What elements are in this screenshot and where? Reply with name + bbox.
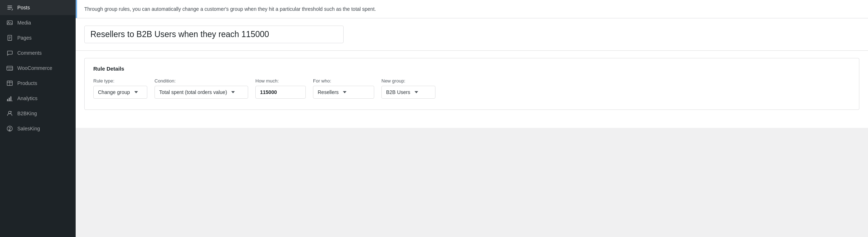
condition-value: Total spent (total orders value) (159, 89, 227, 95)
sidebar: Posts Media Pages Comments (0, 0, 76, 237)
sidebar-item-analytics[interactable]: Analytics (0, 91, 76, 106)
field-group-how-much: How much: (255, 78, 306, 99)
info-text: Through group rules, you can automatical… (84, 6, 376, 12)
sidebar-item-woocommerce[interactable]: WOO WooCommerce (0, 61, 76, 76)
sidebar-item-b2bking[interactable]: B2BKing (0, 106, 76, 121)
how-much-input[interactable] (255, 86, 306, 99)
for-who-label: For who: (313, 78, 374, 84)
salesking-icon (6, 125, 14, 133)
woocommerce-icon: WOO (6, 64, 14, 72)
rule-fields: Rule type: Change group Condition: Total… (93, 78, 850, 99)
sidebar-item-media[interactable]: Media (0, 15, 76, 30)
rule-type-select[interactable]: Change group (93, 86, 147, 99)
svg-rect-11 (7, 99, 8, 101)
sidebar-item-salesking[interactable]: SalesKing (0, 121, 76, 136)
condition-label: Condition: (155, 78, 248, 84)
sidebar-label-salesking: SalesKing (17, 126, 40, 131)
svg-point-1 (8, 22, 9, 23)
sidebar-item-posts[interactable]: Posts (0, 0, 76, 15)
sidebar-label-analytics: Analytics (17, 95, 37, 101)
field-group-for-who: For who: Resellers (313, 78, 374, 99)
info-box: Through group rules, you can automatical… (76, 0, 868, 18)
analytics-icon (6, 94, 14, 102)
field-group-rule-type: Rule type: Change group (93, 78, 147, 99)
svg-text:WOO: WOO (8, 68, 13, 70)
how-much-label: How much: (255, 78, 306, 84)
rule-details-card: Rule Details Rule type: Change group Con… (84, 58, 859, 110)
main-content: Through group rules, you can automatical… (76, 0, 868, 237)
sidebar-label-products: Products (17, 80, 37, 86)
sidebar-label-b2bking: B2BKing (17, 111, 37, 116)
field-group-new-group: New group: B2B Users (381, 78, 435, 99)
svg-rect-0 (7, 21, 12, 25)
svg-rect-12 (9, 98, 10, 101)
rule-title-input[interactable] (84, 26, 344, 43)
pages-icon (6, 34, 14, 42)
for-who-select[interactable]: Resellers (313, 86, 374, 99)
sidebar-label-posts: Posts (17, 5, 30, 10)
rule-type-label: Rule type: (93, 78, 147, 84)
content-wrapper: Through group rules, you can automatical… (76, 0, 868, 128)
new-group-select[interactable]: B2B Users (381, 86, 435, 99)
sidebar-item-products[interactable]: Products (0, 76, 76, 91)
rule-title-section (76, 18, 868, 51)
for-who-chevron-icon (343, 91, 346, 93)
rule-type-chevron-icon (134, 91, 138, 93)
new-group-chevron-icon (415, 91, 418, 93)
sidebar-label-woocommerce: WooCommerce (17, 65, 52, 71)
svg-rect-13 (10, 97, 12, 101)
new-group-value: B2B Users (386, 89, 410, 95)
comments-icon (6, 49, 14, 57)
sidebar-item-comments[interactable]: Comments (0, 45, 76, 61)
sidebar-item-pages[interactable]: Pages (0, 30, 76, 45)
field-group-condition: Condition: Total spent (total orders val… (155, 78, 248, 99)
condition-select[interactable]: Total spent (total orders value) (155, 86, 248, 99)
b2bking-icon (6, 109, 14, 117)
sidebar-label-media: Media (17, 20, 31, 26)
rule-type-value: Change group (98, 89, 130, 95)
for-who-value: Resellers (318, 89, 339, 95)
posts-icon (6, 4, 14, 12)
rule-details-title: Rule Details (93, 66, 850, 72)
new-group-label: New group: (381, 78, 435, 84)
sidebar-label-pages: Pages (17, 35, 32, 41)
sidebar-label-comments: Comments (17, 50, 42, 56)
products-icon (6, 79, 14, 87)
media-icon (6, 19, 14, 27)
condition-chevron-icon (231, 91, 235, 93)
